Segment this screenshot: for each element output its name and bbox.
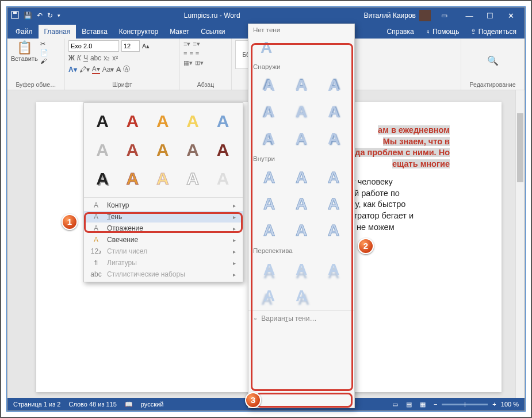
fx-preset[interactable]: A bbox=[150, 137, 175, 163]
font-name-input[interactable] bbox=[68, 40, 119, 52]
align-right-icon[interactable]: ≡ bbox=[196, 50, 199, 57]
tab-insert[interactable]: Вставка bbox=[76, 25, 113, 39]
strike-button[interactable]: abc bbox=[90, 54, 101, 62]
cut-icon[interactable]: ✂ bbox=[40, 40, 48, 48]
paste-button[interactable]: Вставить bbox=[11, 55, 38, 62]
sup-button[interactable]: x² bbox=[112, 54, 118, 62]
fx-outline[interactable]: AКонтур▸ bbox=[84, 200, 243, 211]
shadow-option[interactable]: A bbox=[286, 74, 316, 98]
shadow-option[interactable]: A bbox=[319, 74, 349, 98]
fx-preset[interactable]: A bbox=[120, 109, 145, 134]
fx-preset[interactable]: A bbox=[120, 137, 145, 163]
align-center-icon[interactable]: ≡ bbox=[189, 50, 193, 57]
close-button[interactable]: ✕ bbox=[500, 11, 521, 20]
fx-preset[interactable]: A bbox=[150, 166, 175, 191]
fx-shadow[interactable]: AТень▸ bbox=[84, 211, 243, 223]
proofing-icon[interactable]: 📖 bbox=[125, 401, 133, 408]
redo-icon[interactable]: ↻ bbox=[47, 11, 53, 20]
minimize-button[interactable]: — bbox=[459, 11, 480, 20]
italic-button[interactable]: К bbox=[77, 54, 81, 62]
shadow-option[interactable]: A bbox=[319, 218, 349, 243]
format-painter-icon[interactable]: 🖌 bbox=[40, 57, 48, 64]
autosave-icon[interactable] bbox=[11, 11, 19, 21]
tab-assist[interactable]: ♀ Помощь bbox=[420, 25, 465, 39]
shadow-option[interactable]: A bbox=[319, 258, 349, 282]
fx-preset[interactable]: A bbox=[90, 109, 115, 134]
user-name[interactable]: Виталий Каиров bbox=[363, 11, 416, 20]
numbering-icon[interactable]: ≡▾ bbox=[193, 40, 200, 48]
fx-preset[interactable]: A bbox=[90, 166, 115, 191]
status-page[interactable]: Страница 1 из 2 bbox=[13, 401, 60, 408]
tab-help[interactable]: Справка bbox=[381, 25, 420, 39]
shadow-option[interactable]: A bbox=[254, 74, 284, 98]
fx-preset[interactable]: A bbox=[150, 109, 175, 134]
tab-design[interactable]: Конструктор bbox=[113, 25, 164, 39]
shadow-option[interactable]: A bbox=[286, 218, 316, 243]
shadow-option[interactable]: A bbox=[319, 100, 349, 124]
sub-button[interactable]: x₂ bbox=[104, 54, 110, 62]
vertical-scrollbar[interactable] bbox=[515, 90, 525, 398]
font-size-input[interactable] bbox=[121, 40, 140, 52]
borders-icon[interactable]: ⊞▾ bbox=[195, 59, 204, 67]
undo-icon[interactable]: ↶ bbox=[37, 11, 43, 20]
shading-icon[interactable]: ▦▾ bbox=[183, 59, 193, 67]
tab-share[interactable]: ⇪ Поделиться bbox=[465, 25, 522, 39]
tab-home[interactable]: Главная bbox=[39, 25, 76, 39]
ribbon-options-icon[interactable]: ▭ bbox=[441, 11, 447, 20]
status-words[interactable]: Слово 48 из 115 bbox=[68, 401, 116, 408]
change-case-button[interactable]: Aa▾ bbox=[102, 66, 114, 74]
bold-button[interactable]: Ж bbox=[68, 54, 75, 62]
shadow-option[interactable]: A bbox=[286, 284, 316, 308]
shadow-options-button[interactable]: ▫ Варианты тени… bbox=[248, 310, 354, 326]
shadow-option-none[interactable]: A bbox=[254, 36, 278, 60]
shadow-option[interactable]: A bbox=[286, 258, 316, 282]
text-effects-button[interactable]: A▾ bbox=[68, 66, 77, 74]
fx-preset[interactable]: A bbox=[210, 166, 236, 191]
find-icon[interactable]: 🔍 bbox=[487, 55, 499, 66]
shadow-option[interactable]: A bbox=[286, 166, 316, 190]
shadow-option[interactable]: A bbox=[254, 192, 284, 216]
fx-reflection[interactable]: AОтражение▸ bbox=[84, 223, 243, 234]
font-color-button[interactable]: A▾ bbox=[92, 65, 100, 74]
fx-preset[interactable]: A bbox=[210, 109, 236, 134]
tab-file[interactable]: Файл bbox=[10, 25, 39, 39]
zoom-out-button[interactable]: − bbox=[434, 401, 437, 408]
tab-layout[interactable]: Макет bbox=[164, 25, 195, 39]
bullets-icon[interactable]: ≡▾ bbox=[183, 40, 190, 48]
highlight-button[interactable]: 🖍▾ bbox=[79, 66, 90, 74]
shadow-option[interactable]: A bbox=[286, 192, 316, 216]
clear-format-button[interactable]: A̶ bbox=[116, 66, 121, 74]
fx-preset[interactable]: A bbox=[120, 166, 145, 191]
view-read-icon[interactable]: ▭ bbox=[392, 401, 398, 408]
fx-preset[interactable]: A bbox=[180, 166, 205, 191]
fx-glow[interactable]: AСвечение▸ bbox=[84, 234, 243, 246]
tab-refs[interactable]: Ссылки bbox=[195, 25, 231, 39]
shadow-option[interactable]: A bbox=[254, 100, 284, 124]
zoom-slider[interactable] bbox=[442, 404, 488, 405]
view-web-icon[interactable]: ▦ bbox=[420, 401, 426, 408]
view-print-icon[interactable]: ▤ bbox=[406, 401, 412, 408]
shadow-option[interactable]: A bbox=[286, 126, 316, 151]
underline-button[interactable]: Ч bbox=[83, 54, 88, 62]
copy-icon[interactable]: 📄 bbox=[40, 49, 48, 56]
fx-preset[interactable]: A bbox=[180, 137, 205, 163]
shadow-option[interactable]: A bbox=[286, 100, 316, 124]
enclose-button[interactable]: Ⓐ bbox=[123, 64, 130, 74]
shadow-option[interactable]: A bbox=[254, 126, 284, 151]
fx-preset[interactable]: A bbox=[180, 109, 205, 134]
shadow-option[interactable]: A bbox=[319, 166, 349, 190]
zoom-in-button[interactable]: + bbox=[492, 401, 496, 408]
user-avatar[interactable] bbox=[419, 10, 431, 21]
fx-preset[interactable]: A bbox=[210, 137, 236, 163]
fx-preset[interactable]: A bbox=[90, 137, 115, 163]
shadow-option[interactable]: A bbox=[254, 218, 284, 243]
align-left-icon[interactable]: ≡ bbox=[183, 50, 187, 57]
paste-icon[interactable]: 📋 bbox=[11, 40, 38, 55]
maximize-button[interactable]: ☐ bbox=[480, 11, 500, 20]
grow-font-icon[interactable]: A▴ bbox=[142, 43, 150, 50]
status-language[interactable]: русский bbox=[141, 401, 163, 408]
shadow-option[interactable]: A bbox=[319, 126, 349, 151]
zoom-level[interactable]: 100 % bbox=[501, 401, 519, 408]
shadow-option[interactable]: A bbox=[319, 192, 349, 216]
shadow-option[interactable]: A bbox=[254, 258, 284, 282]
